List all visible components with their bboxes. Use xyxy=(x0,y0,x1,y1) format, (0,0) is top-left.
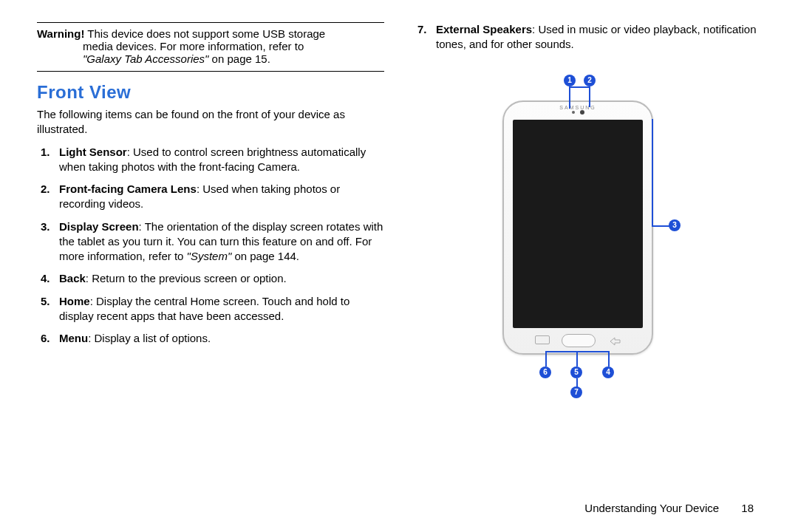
lead-line xyxy=(589,86,590,107)
warning-box: Warning! This device does not support so… xyxy=(37,22,384,72)
tablet-body: SAMSUNG xyxy=(502,100,653,355)
feature-list: Light Sensor: Used to control screen bri… xyxy=(37,145,384,347)
list-item: Front-facing Camera Lens: Used when taki… xyxy=(59,182,384,212)
list-item: Back: Return to the previous screen or o… xyxy=(59,271,384,286)
callout-2: 2 xyxy=(584,75,596,86)
display-screen xyxy=(513,120,643,328)
device-diagram: SAMSUNG 1 2 3 xyxy=(466,60,709,407)
list-item: Home: Display the central Home screen. T… xyxy=(59,294,384,324)
callout-6: 6 xyxy=(539,366,551,378)
lead-line xyxy=(652,225,669,227)
lead-line xyxy=(569,86,570,109)
footer-section: Understanding Your Device xyxy=(584,502,719,514)
warning-ref-italic: "Galaxy Tab Accessories" xyxy=(83,52,208,65)
home-button-icon xyxy=(562,334,596,347)
lead-line xyxy=(652,119,653,227)
callout-7: 7 xyxy=(570,386,582,398)
warning-label: Warning! xyxy=(37,27,84,40)
light-sensor-dot xyxy=(572,111,575,114)
footer-page-number: 18 xyxy=(741,502,754,514)
feature-list-continued: External Speakers: Used in music or vide… xyxy=(414,22,761,52)
section-title: Front View xyxy=(37,82,384,103)
lead-line xyxy=(576,378,578,387)
list-item: Light Sensor: Used to control screen bri… xyxy=(59,145,384,175)
camera-dot xyxy=(580,110,584,115)
callout-4: 4 xyxy=(602,366,614,378)
callout-5: 5 xyxy=(570,366,582,378)
lead-line xyxy=(545,351,547,366)
warning-text-1: This device does not support some USB st… xyxy=(84,27,325,40)
menu-button-icon xyxy=(535,335,550,344)
intro-text: The following items can be found on the … xyxy=(37,107,384,137)
callout-3: 3 xyxy=(669,219,681,231)
list-item: External Speakers: Used in music or vide… xyxy=(436,22,761,52)
lead-line xyxy=(576,351,578,366)
brand-label: SAMSUNG xyxy=(504,105,652,110)
list-item: Display Screen: The orientation of the d… xyxy=(59,219,384,265)
lead-line xyxy=(569,86,590,88)
lead-line xyxy=(608,351,610,366)
page-footer: Understanding Your Device 18 xyxy=(584,502,754,514)
warning-ref-rest: on page 15. xyxy=(208,52,270,65)
callout-1: 1 xyxy=(564,75,576,86)
back-button-icon xyxy=(609,337,621,346)
list-item: Menu: Display a list of options. xyxy=(59,331,384,346)
warning-text-2: media devices. For more information, ref… xyxy=(83,40,304,52)
